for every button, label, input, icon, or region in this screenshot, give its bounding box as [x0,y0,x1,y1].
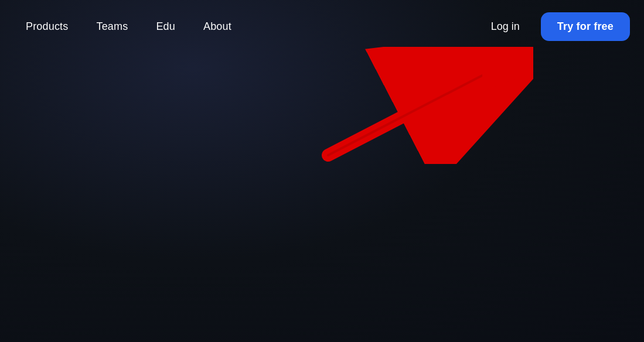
nav-item-teams[interactable]: Teams [84,16,139,37]
nav-item-products[interactable]: Products [14,16,80,37]
try-for-free-button[interactable]: Try for free [541,12,630,41]
nav-item-edu[interactable]: Edu [144,16,187,37]
login-link[interactable]: Log in [479,16,531,37]
svg-line-2 [328,70,492,155]
navbar: Products Teams Edu About Log in Try for … [0,0,644,53]
arrow-annotation [311,47,533,164]
nav-left: Products Teams Edu About [14,16,243,37]
nav-right: Log in Try for free [479,12,630,41]
svg-line-1 [328,70,492,155]
nav-item-about[interactable]: About [192,16,243,37]
svg-marker-3 [481,53,516,91]
